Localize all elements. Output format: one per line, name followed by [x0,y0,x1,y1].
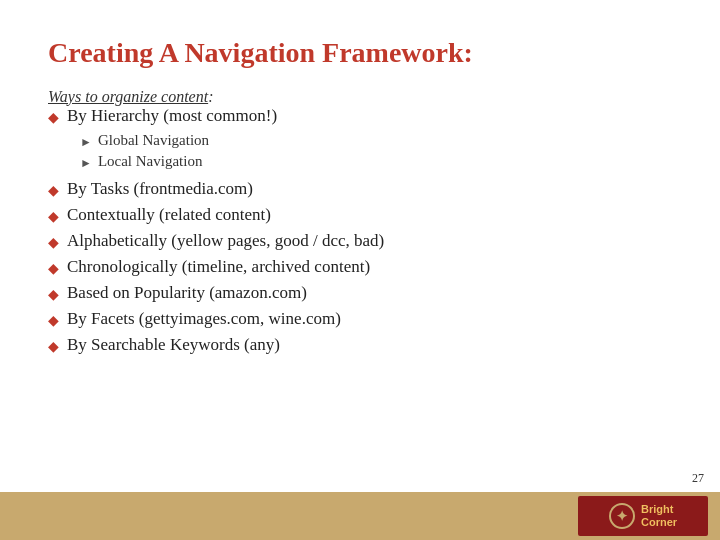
bullet-popularity: ◆ Based on Popularity (amazon.com) [48,283,672,303]
diamond-icon-2: ◆ [48,208,59,225]
bullet-searchable: ◆ By Searchable Keywords (any) [48,335,672,355]
diamond-icon-3: ◆ [48,234,59,251]
logo-icon: ✦ [609,503,635,529]
bullet-searchable-label: By Searchable Keywords (any) [67,335,280,355]
diamond-icon-6: ◆ [48,312,59,329]
subtitle-line: Ways to organize content: [48,88,672,106]
diamond-icon-7: ◆ [48,338,59,355]
logo-text: Bright Corner [641,503,677,529]
diamond-icon: ◆ [48,109,59,126]
diamond-icon-4: ◆ [48,260,59,277]
main-bullets-list: ◆ By Tasks (frontmedia.com) ◆ Contextual… [48,179,672,355]
bullet-tasks-label: By Tasks (frontmedia.com) [67,179,253,199]
diamond-icon-1: ◆ [48,182,59,199]
sub-bullet-local: ► Local Navigation [80,153,672,171]
local-nav-label: Local Navigation [98,153,203,170]
bullet-alpha-label: Alphabetically (yellow pages, good / dcc… [67,231,384,251]
global-nav-label: Global Navigation [98,132,209,149]
footer: ✦ Bright Corner [0,492,720,540]
bullet-chrono-label: Chronologically (timeline, archived cont… [67,257,370,277]
bullet-chrono: ◆ Chronologically (timeline, archived co… [48,257,672,277]
bullet-tasks: ◆ By Tasks (frontmedia.com) [48,179,672,199]
slide-title: Creating A Navigation Framework: [48,36,672,70]
diamond-icon-5: ◆ [48,286,59,303]
logo: ✦ Bright Corner [578,496,708,536]
bullet-facets: ◆ By Facets (gettyimages.com, wine.com) [48,309,672,329]
arrow-icon: ► [80,135,92,150]
hierarchy-label: By Hierarchy (most common!) [67,106,277,126]
logo-icon-star: ✦ [616,508,628,525]
hierarchy-bullet: ◆ By Hierarchy (most common!) [48,106,672,126]
arrow-icon-2: ► [80,156,92,171]
logo-line2: Corner [641,516,677,528]
bullet-popularity-label: Based on Popularity (amazon.com) [67,283,307,303]
sub-bullet-global: ► Global Navigation [80,132,672,150]
content-area: Ways to organize content: ◆ By Hierarchy… [48,88,672,355]
hierarchy-group: ◆ By Hierarchy (most common!) ► Global N… [48,106,672,171]
logo-line1: Bright [641,503,673,515]
bullet-contextually: ◆ Contextually (related content) [48,205,672,225]
slide: Creating A Navigation Framework: Ways to… [0,0,720,540]
subtitle: Ways to organize content [48,88,208,105]
bullet-alpha: ◆ Alphabetically (yellow pages, good / d… [48,231,672,251]
bullet-contextually-label: Contextually (related content) [67,205,271,225]
subtitle-colon: : [208,88,213,105]
sub-bullets: ► Global Navigation ► Local Navigation [48,132,672,171]
page-number: 27 [692,471,704,486]
bullet-facets-label: By Facets (gettyimages.com, wine.com) [67,309,341,329]
